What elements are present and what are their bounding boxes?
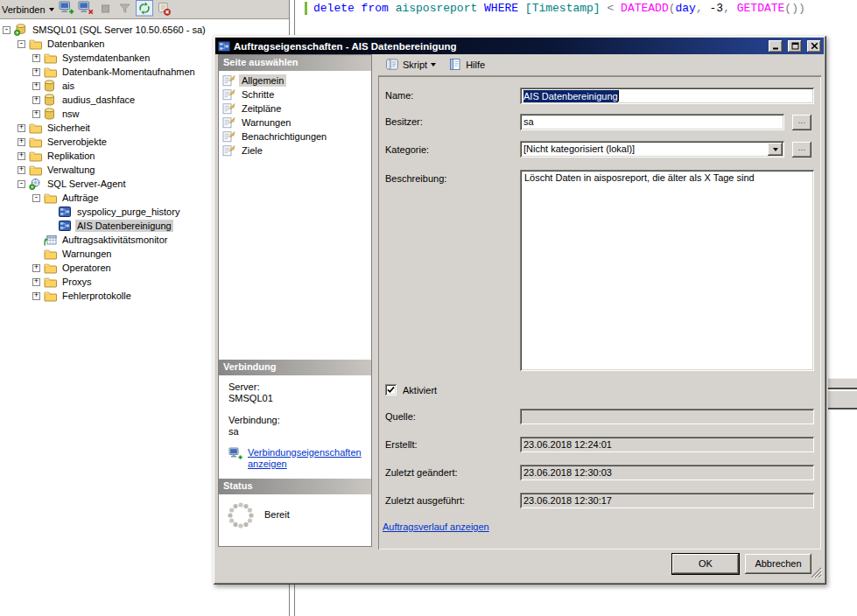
- folder-icon: [29, 164, 43, 176]
- enabled-checkbox[interactable]: [385, 384, 397, 396]
- dialog-titlebar[interactable]: Auftragseigenschaften - AIS Datenbereini…: [215, 38, 824, 54]
- sql-token: -3: [710, 2, 724, 15]
- executed-field: 23.06.2018 12:30:17: [520, 493, 814, 508]
- view-job-history-link[interactable]: Auftragsverlauf anzeigen: [383, 522, 489, 532]
- page-item-zeitpläne[interactable]: Zeitpläne: [219, 102, 371, 116]
- collapse-toggle[interactable]: -: [32, 194, 40, 202]
- sql-token: ()): [784, 2, 804, 15]
- link-line: anzeigen: [248, 458, 287, 469]
- sql-token: from: [362, 2, 396, 15]
- tree-item-label: Auftragsaktivitätsmonitor: [60, 234, 169, 246]
- tree-item-label: nsw: [60, 108, 81, 120]
- sql-token: aisposreport: [396, 2, 484, 15]
- category-value: [Nicht kategorisiert (lokal)]: [523, 144, 635, 154]
- page-item-label: Ziele: [239, 144, 265, 157]
- category-dropdown-button[interactable]: [768, 143, 783, 156]
- page-item-schritte[interactable]: Schritte: [219, 88, 371, 102]
- script-error-icon: [156, 2, 172, 18]
- page-item-benachrichtigungen[interactable]: Benachrichtigungen: [219, 130, 371, 144]
- enabled-label: Aktiviert: [403, 385, 437, 396]
- page-item-warnungen[interactable]: Warnungen: [219, 116, 371, 130]
- page-icon: [222, 102, 236, 115]
- folder-icon: [44, 192, 58, 204]
- collapse-toggle[interactable]: -: [18, 180, 25, 188]
- view-connection-properties-link[interactable]: Verbindungseigenschaftenanzeigen: [248, 447, 362, 470]
- tree-item-label: Proxys: [60, 276, 94, 288]
- expand-toggle[interactable]: +: [32, 278, 40, 286]
- help-button[interactable]: Hilfe: [446, 57, 487, 74]
- connect-server-button[interactable]: [58, 1, 77, 18]
- close-button[interactable]: [807, 40, 821, 52]
- chevron-down-icon: [773, 148, 778, 151]
- expand-toggle[interactable]: +: [32, 82, 40, 90]
- database-icon: [44, 108, 58, 120]
- expand-toggle[interactable]: +: [32, 264, 40, 272]
- dialog-toolbar: Skript Hilfe: [378, 54, 821, 76]
- tree-item-label: Serverobjekte: [46, 136, 109, 148]
- folder-icon: [44, 52, 58, 64]
- refresh-button[interactable]: [135, 1, 154, 18]
- owner-label: Besitzer:: [385, 116, 423, 127]
- folder-icon: [29, 122, 43, 134]
- page-item-label: Benachrichtigungen: [239, 130, 329, 143]
- text-cursor: [618, 90, 619, 102]
- name-input[interactable]: AIS Datenbereinigung: [520, 88, 814, 104]
- sql-code-line: delete from aisposreport WHERE [Timestam…: [313, 2, 805, 15]
- script-icon: [384, 58, 399, 73]
- expand-toggle[interactable]: +: [32, 54, 40, 62]
- collapse-toggle[interactable]: -: [18, 40, 25, 48]
- ok-button[interactable]: OK: [672, 554, 739, 574]
- status-panel: Bereit: [219, 494, 371, 546]
- ssms-window: Verbinden -SMSQL01 (SQL Server 10.50.656…: [0, 0, 857, 616]
- disconnect-server-button[interactable]: [77, 1, 96, 18]
- sql-token: <: [607, 2, 621, 15]
- script-label: Skript: [403, 60, 427, 70]
- created-field: 23.06.2018 12:24:01: [520, 437, 814, 452]
- owner-value: sa: [523, 116, 534, 127]
- ellipsis-label: ...: [798, 143, 805, 152]
- database-icon: [44, 94, 58, 106]
- expand-toggle[interactable]: +: [32, 110, 40, 118]
- expand-toggle[interactable]: +: [18, 138, 25, 146]
- page-item-ziele[interactable]: Ziele: [219, 144, 371, 158]
- page-icon: [222, 144, 236, 157]
- connection-info: Server: SMSQL01 Verbindung: sa Verbindun…: [219, 375, 371, 479]
- expand-toggle[interactable]: +: [32, 68, 40, 76]
- expand-toggle[interactable]: +: [18, 166, 25, 174]
- job-icon: [59, 220, 73, 232]
- resize-grip[interactable]: [811, 567, 822, 580]
- expand-toggle[interactable]: +: [32, 96, 40, 104]
- cancel-button[interactable]: Abbrechen: [745, 554, 811, 574]
- object-explorer-toolbar: Verbinden: [0, 0, 290, 19]
- ellipsis-label: ...: [798, 116, 805, 125]
- tree-item-label: AIS Datenbereinigung: [75, 220, 173, 232]
- minimize-button[interactable]: [769, 40, 783, 52]
- minimize-icon: [772, 41, 780, 52]
- expand-toggle[interactable]: +: [18, 152, 25, 160]
- connect-dropdown-button[interactable]: Verbinden: [1, 3, 58, 17]
- expand-toggle[interactable]: +: [32, 292, 40, 300]
- error-logs-button[interactable]: [154, 1, 173, 18]
- category-browse-button[interactable]: ...: [792, 142, 811, 158]
- sql-token: [Timestamp]: [525, 2, 608, 15]
- category-select[interactable]: [Nicht kategorisiert (lokal)]: [520, 141, 784, 158]
- owner-input[interactable]: sa: [520, 114, 784, 130]
- page-icon: [222, 130, 236, 143]
- collapse-toggle[interactable]: -: [3, 26, 11, 34]
- stop-icon: [98, 2, 113, 18]
- tree-item-label: Systemdatenbanken: [60, 52, 151, 64]
- tree-item-label: ais: [60, 80, 76, 92]
- status-spinner-icon: [226, 500, 256, 532]
- page-item-label: Warnungen: [239, 116, 293, 129]
- description-textarea[interactable]: Löscht Daten in aisposreport, die älter …: [520, 170, 814, 371]
- stop-button: [96, 1, 116, 18]
- script-button[interactable]: Skript: [383, 57, 438, 74]
- background-panel-edge: [828, 378, 857, 389]
- description-label: Beschreibung:: [385, 173, 446, 184]
- owner-browse-button[interactable]: ...: [792, 115, 811, 130]
- page-item-allgemein[interactable]: Allgemein: [219, 74, 371, 88]
- connection-label: Verbindung:: [228, 415, 368, 426]
- expand-toggle[interactable]: +: [18, 124, 25, 132]
- maximize-button[interactable]: [788, 40, 802, 52]
- tree-item-label: Verwaltung: [46, 164, 96, 176]
